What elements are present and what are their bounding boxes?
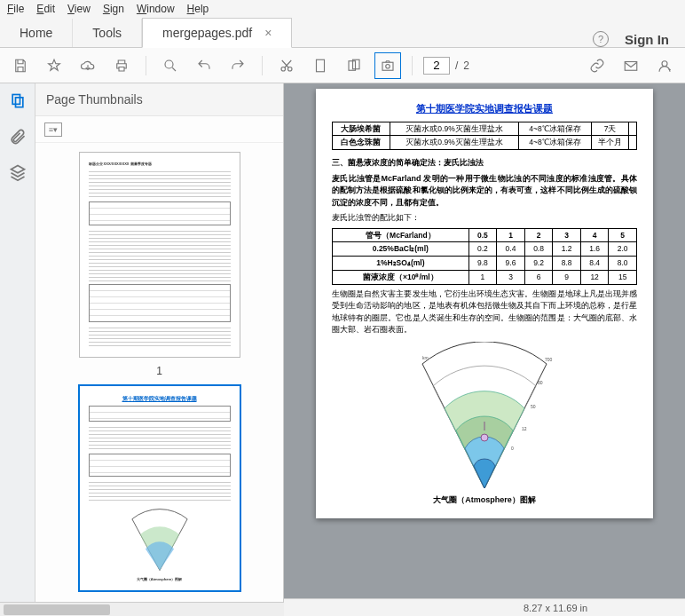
page-navigator: / 2 (423, 57, 469, 75)
thumbnail-label-1: 1 (156, 365, 162, 377)
sign-in-button[interactable]: Sign In (625, 32, 669, 47)
tab-home[interactable]: Home (0, 19, 73, 47)
diagram-caption: 大气圈（Atmosphere）图解 (332, 494, 637, 507)
thumbnails-rail-icon[interactable] (9, 92, 27, 110)
attachments-rail-icon[interactable] (9, 128, 27, 146)
thumbnails-title: Page Thumbnails (35, 83, 283, 116)
snapshot-icon[interactable] (374, 52, 401, 79)
tab-bar: Home Tools mergepages.pdf × ? Sign In (0, 18, 685, 48)
mail-icon[interactable] (618, 52, 644, 79)
paragraph-2: 生物圈是自然灾害主要发生地，它衍生出环境生态灾害。生物圈是地球上凡是出现并感受到… (332, 288, 637, 336)
document-viewer[interactable]: 第十期医学院实地调查报告课题 大肠埃希菌灭菌水或0.9%灭菌生理盐水4~8℃冰箱… (284, 83, 685, 616)
svg-text:0: 0 (511, 446, 514, 451)
page-icon[interactable] (307, 52, 334, 79)
undo-icon[interactable] (191, 52, 217, 79)
status-bar: 8.27 x 11.69 in (284, 598, 685, 616)
thumbnails-list[interactable]: 标题企业 XXX/XXX/XXXX 测量季度专题 1 第十期医学院实地调查报告课… (35, 143, 283, 616)
tab-close-icon[interactable]: × (264, 26, 272, 40)
page-current-input[interactable] (423, 57, 450, 75)
tab-document[interactable]: mergepages.pdf × (142, 18, 292, 48)
thumbnails-toolbar: ≡▾ (35, 116, 283, 143)
thumbnails-panel: Page Thumbnails ≡▾ 标题企业 XXX/XXX/XXXX 测量季… (35, 83, 284, 616)
paragraph-1: 麦氏比浊管是McFarland 发明的一种用于微生物比浊的不同浊度的标准浊度管。… (332, 173, 637, 209)
page-total: 2 (463, 59, 469, 72)
menu-help[interactable]: Help (187, 3, 209, 15)
star-icon[interactable] (41, 52, 67, 79)
svg-text:km: km (422, 355, 429, 360)
svg-rect-11 (15, 98, 22, 107)
thumbnails-options-icon[interactable]: ≡▾ (44, 122, 62, 137)
tab-tools[interactable]: Tools (73, 19, 142, 47)
user-icon[interactable] (651, 52, 678, 79)
cloud-icon[interactable] (75, 52, 101, 79)
help-icon[interactable]: ? (593, 31, 609, 47)
svg-rect-8 (625, 61, 637, 70)
layers-rail-icon[interactable] (9, 163, 27, 181)
svg-point-0 (165, 60, 173, 68)
thumbnail-page-1[interactable]: 标题企业 XXX/XXX/XXXX 测量季度专题 (79, 152, 240, 358)
menu-window[interactable]: Window (137, 3, 175, 15)
save-icon[interactable] (7, 52, 34, 79)
side-rail (0, 83, 35, 616)
svg-point-12 (481, 434, 488, 441)
menu-sign[interactable]: Sign (103, 3, 124, 15)
menu-bar: File Edit View Sign Window Help (0, 0, 685, 18)
page-sep: / (455, 59, 458, 72)
pages-icon[interactable] (341, 52, 367, 79)
tab-document-label: mergepages.pdf (162, 26, 252, 40)
paragraph-1b: 麦氏比浊管的配比如下： (332, 212, 637, 225)
thumbnail-page-2[interactable]: 第十期医学院实地调查报告课题 大气圈（Atmosphere）图解 (78, 384, 241, 592)
atmosphere-diagram: km700 8050 120 (396, 342, 573, 493)
svg-text:80: 80 (538, 380, 543, 385)
print-icon[interactable] (108, 52, 135, 79)
search-icon[interactable] (157, 52, 184, 79)
link-icon[interactable] (584, 52, 610, 79)
table-mcfarland: 管号（McFarland）0.512345 0.25%BaCl₂(ml)0.20… (332, 228, 637, 285)
page-dimensions: 8.27 x 11.69 in (524, 603, 587, 613)
svg-point-7 (386, 64, 390, 68)
menu-file[interactable]: File (7, 3, 24, 15)
section-3-heading: 三、菌悬液浓度的简单确定法：麦氏比浊法 (332, 157, 637, 170)
svg-text:50: 50 (531, 404, 536, 409)
menu-view[interactable]: View (67, 3, 91, 15)
redo-icon[interactable] (224, 52, 251, 79)
cut-icon[interactable] (273, 52, 300, 79)
doc-title: 第十期医学院实地调查报告课题 (332, 101, 637, 116)
svg-rect-3 (317, 59, 325, 72)
toolbar: / 2 (0, 48, 685, 83)
svg-point-9 (662, 60, 667, 66)
svg-text:700: 700 (545, 357, 553, 362)
svg-rect-6 (382, 62, 393, 70)
table-bacteria: 大肠埃希菌灭菌水或0.9%灭菌生理盐水4~8℃冰箱保存7天 白色念珠菌灭菌水或0… (332, 122, 637, 151)
menu-edit[interactable]: Edit (36, 3, 55, 15)
svg-text:12: 12 (522, 426, 527, 431)
page-content: 第十期医学院实地调查报告课题 大肠埃希菌灭菌水或0.9%灭菌生理盐水4~8℃冰箱… (316, 89, 653, 518)
